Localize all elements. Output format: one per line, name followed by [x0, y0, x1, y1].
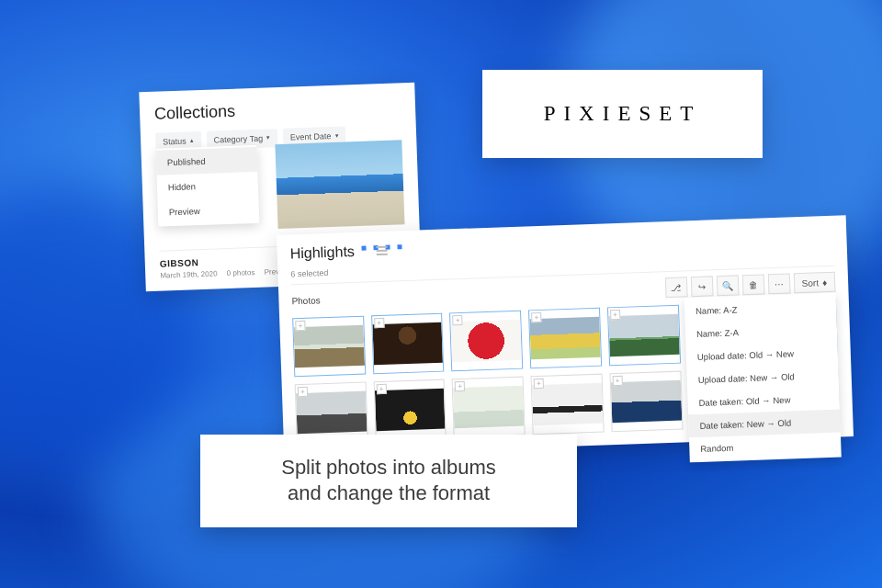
collection-count: 0 photos — [227, 268, 255, 277]
collection-date: March 19th, 2020 — [160, 269, 218, 279]
delete-icon[interactable]: 🗑 — [741, 274, 764, 295]
photo-thumb[interactable]: + — [292, 316, 366, 378]
sort-arrows-icon: ♦ — [822, 277, 827, 288]
select-badge-icon[interactable]: + — [531, 312, 541, 322]
more-icon[interactable]: ⋯ — [767, 273, 790, 294]
filter-event-label: Event Date — [290, 131, 332, 142]
move-icon[interactable]: ↪ — [690, 276, 713, 297]
photo-thumb[interactable]: + — [607, 305, 681, 367]
select-badge-icon[interactable]: + — [610, 310, 620, 320]
chevron-up-icon: ▴ — [190, 137, 194, 144]
photo-thumb[interactable]: + — [373, 379, 447, 441]
filter-status-label: Status — [163, 137, 187, 147]
select-badge-icon[interactable]: + — [455, 381, 465, 391]
brand-logo: PIXIESET — [482, 70, 763, 158]
photo-thumb[interactable]: + — [449, 311, 523, 372]
photo-thumb[interactable]: + — [528, 308, 602, 369]
view-grid-icon[interactable] — [362, 245, 373, 256]
select-badge-icon[interactable]: + — [295, 321, 305, 331]
zoom-icon[interactable]: 🔍 — [716, 275, 739, 296]
photos-label: Photos — [291, 295, 321, 306]
view-list-icon[interactable] — [377, 245, 388, 256]
caption-line-1: Split photos into albums — [226, 455, 551, 481]
photo-thumb[interactable]: + — [452, 377, 526, 438]
photo-thumb[interactable]: + — [531, 374, 605, 435]
sort-dropdown: Name: A-Z Name: Z-A Upload date: Old → N… — [684, 293, 842, 463]
select-badge-icon[interactable]: + — [534, 379, 544, 389]
status-option-published[interactable]: Published — [156, 147, 258, 175]
select-badge-icon[interactable]: + — [374, 318, 384, 328]
caption-line-2: and change the format — [226, 481, 551, 507]
chevron-down-icon: ▾ — [266, 134, 270, 141]
sort-button[interactable]: Sort ♦ — [793, 272, 835, 294]
filter-category-label: Category Tag — [214, 134, 264, 145]
share-icon[interactable]: ⎇ — [664, 277, 687, 298]
status-option-hidden[interactable]: Hidden — [156, 172, 258, 200]
highlights-title: Highlights — [289, 243, 355, 262]
highlights-panel: Highlights 6 selected Photos ⎇ ↪ 🔍 🗑 ⋯ S… — [277, 215, 854, 456]
photo-thumb[interactable]: + — [609, 371, 683, 433]
collections-title: Collections — [154, 96, 401, 123]
photo-thumb[interactable]: + — [371, 313, 445, 375]
select-badge-icon[interactable]: + — [376, 384, 386, 394]
select-badge-icon[interactable]: + — [453, 315, 463, 325]
chevron-down-icon: ▾ — [334, 132, 338, 140]
sort-opt-random[interactable]: Random — [689, 433, 842, 461]
select-badge-icon[interactable]: + — [612, 376, 622, 386]
status-option-preview[interactable]: Preview — [157, 197, 259, 225]
caption-card: Split photos into albums and change the … — [200, 435, 577, 527]
sort-label: Sort — [802, 277, 820, 288]
select-badge-icon[interactable]: + — [298, 387, 308, 397]
status-dropdown: Published Hidden Preview — [155, 145, 259, 227]
collection-cover-thumb[interactable] — [275, 140, 404, 229]
